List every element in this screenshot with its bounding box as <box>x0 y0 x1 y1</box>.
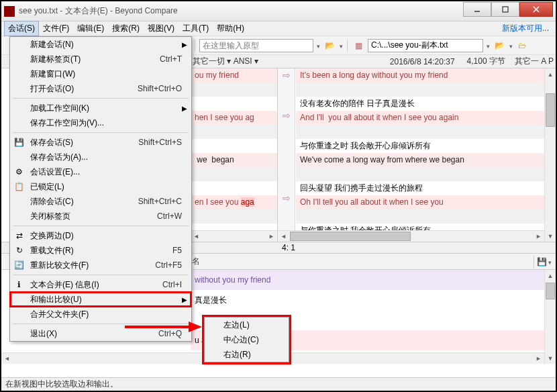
right-header-frag: 其它一 A P <box>513 56 556 67</box>
menu-save-session-as[interactable]: 保存会话为(A)... <box>10 150 191 164</box>
clipboard-icon: 📋 <box>13 181 25 193</box>
left-line <box>191 139 277 153</box>
menu-swap-sides[interactable]: ⇄交换两边(D) <box>10 228 191 243</box>
window-title: see you.txt - 文本合并(E) - Beyond Compare <box>19 5 463 17</box>
right-vscroll[interactable]: ▲▼ <box>544 68 556 242</box>
maximize-button[interactable] <box>491 2 519 17</box>
status-text: 在新视图中比较选取边和输出。 <box>5 379 118 390</box>
prototype-dropdown[interactable] <box>316 41 320 50</box>
menu-clear-session[interactable]: 清除会话(C)Shift+Ctrl+C <box>10 194 191 209</box>
new-version-link[interactable]: 新版本可用... <box>502 23 553 34</box>
app-icon <box>4 6 15 17</box>
prototype-input[interactable] <box>199 39 313 52</box>
left-hscroll[interactable]: ◄► <box>191 230 277 242</box>
right-path-dropdown[interactable] <box>486 41 490 50</box>
menu-close-tab[interactable]: 关闭标签页Ctrl+W <box>10 209 191 224</box>
menu-open-session[interactable]: 打开会话(O)Shift+Ctrl+O <box>10 81 191 96</box>
right-header-size: 4,100 字节 <box>465 56 507 67</box>
menu-help[interactable]: 帮助(H) <box>213 21 248 36</box>
left-line <box>191 125 277 139</box>
reload-icon: ↻ <box>13 245 25 256</box>
right-line: And I'll you all about it when I see you… <box>296 111 556 125</box>
save-dropdown[interactable] <box>548 257 552 266</box>
svg-rect-1 <box>503 7 508 12</box>
right-line <box>296 167 556 181</box>
left-line <box>191 209 277 224</box>
menu-session[interactable]: 会话(S) <box>4 21 39 36</box>
out-line: without you my friend <box>191 270 556 290</box>
right-line <box>296 83 556 97</box>
left-line: hen I see you ag <box>191 111 277 125</box>
open-folder-button-right[interactable]: 📂 <box>493 39 506 52</box>
submenu-right[interactable]: 右边(R) <box>205 347 289 362</box>
menu-recompare-files[interactable]: 🔄重新比较文件(F)Ctrl+F5 <box>10 258 191 273</box>
left-line: en I see you aga <box>191 195 277 209</box>
right-line: It's been a long day without you my frie… <box>296 68 556 83</box>
right-line <box>296 125 556 139</box>
browse-button-right[interactable]: 🗁 <box>515 39 529 52</box>
left-line <box>191 181 277 195</box>
menubar: 会话(S) 文件(F) 编辑(E) 搜索(R) 视图(V) 工具(T) 帮助(H… <box>1 21 556 36</box>
gear-icon: ⚙ <box>13 166 25 178</box>
minimize-button[interactable] <box>463 2 491 17</box>
out-line: 真是漫长 <box>191 290 556 310</box>
cursor-pos: 4: 1 <box>282 243 295 252</box>
left-line <box>191 97 277 111</box>
recompare-icon: 🔄 <box>13 260 25 271</box>
right-header-date: 2016/6/8 14:20:37 <box>388 57 457 66</box>
menu-edit[interactable]: 编辑(E) <box>73 21 108 36</box>
menu-new-window[interactable]: 新建窗口(W) <box>10 66 191 81</box>
left-line <box>191 167 277 181</box>
left-header-frag: 其它一切 ▾ ANSI ▾ <box>191 56 260 67</box>
folder-dropdown-right[interactable] <box>509 41 513 50</box>
menu-text-merge-info[interactable]: ℹ文本合并(E) 信息(I)Ctrl+I <box>10 277 191 292</box>
right-path-input[interactable] <box>368 39 483 52</box>
save-button[interactable]: 💾 <box>536 256 548 268</box>
right-line: We've come a long way from where we bega… <box>296 153 556 167</box>
statusbar: 在新视图中比较选取边和输出。 <box>1 377 556 391</box>
compare-output-submenu: 左边(L) 中心边(C) 右边(R) <box>204 317 289 362</box>
right-line: 回头凝望 我们携手走过漫长的旅程 <box>296 181 556 195</box>
menu-session-settings[interactable]: ⚙会话设置(E)... <box>10 164 191 179</box>
svg-marker-5 <box>189 322 202 332</box>
name-label: 名 <box>192 256 200 267</box>
right-line: 与你重逢之时 我会敞开心扉倾诉所有 <box>296 139 556 153</box>
annotation-arrow <box>125 320 202 336</box>
left-line <box>191 83 277 97</box>
right-line <box>296 209 556 224</box>
save-icon: 💾 <box>13 137 25 148</box>
doc-icon[interactable]: ▦ <box>352 39 365 52</box>
right-line: 没有老友你的陪伴 日子真是漫长 <box>296 97 556 111</box>
session-menu: 新建会话(N)▶ 新建标签页(T)Ctrl+T 新建窗口(W) 打开会话(O)S… <box>9 36 192 342</box>
menu-search[interactable]: 搜索(R) <box>108 21 144 36</box>
menu-tools[interactable]: 工具(T) <box>179 21 213 36</box>
output-vscroll[interactable]: ▲▼ <box>544 270 556 364</box>
menu-save-session[interactable]: 💾保存会话(S)Shift+Ctrl+S <box>10 135 191 150</box>
left-line: we began <box>191 153 277 167</box>
menu-view[interactable]: 视图(V) <box>144 21 179 36</box>
open-folder-button-center[interactable]: 📂 <box>323 39 336 52</box>
left-line: ou my friend <box>191 68 277 83</box>
menu-save-workspace-as[interactable]: 保存工作空间为(V)... <box>10 115 191 130</box>
menu-load-workspace[interactable]: 加载工作空间(K)▶ <box>10 101 191 115</box>
menu-new-session[interactable]: 新建会话(N)▶ <box>10 37 191 52</box>
right-gutter: ⇨ ⇨ ⇨ <box>278 68 295 242</box>
menu-compare-with-output[interactable]: 和输出比较(U)▶ <box>10 292 191 307</box>
info-icon: ℹ <box>13 279 25 291</box>
submenu-left[interactable]: 左边(L) <box>205 317 289 332</box>
right-line: Oh I'll tell you all about it when I see… <box>296 195 556 209</box>
marker-icon: ⇨ <box>278 193 295 203</box>
menu-merge-parent[interactable]: 合并父文件夹(F) <box>10 307 191 322</box>
right-hscroll[interactable]: ◄► <box>278 230 544 242</box>
menu-file[interactable]: 文件(F) <box>39 21 73 36</box>
folder-dropdown-center[interactable] <box>339 41 343 50</box>
swap-icon: ⇄ <box>13 230 25 242</box>
submenu-center[interactable]: 中心边(C) <box>205 332 289 347</box>
menu-new-tab[interactable]: 新建标签页(T)Ctrl+T <box>10 52 191 66</box>
marker-icon: ⇨ <box>278 70 295 81</box>
marker-icon: ⇨ <box>278 110 295 121</box>
close-button[interactable] <box>519 2 553 17</box>
menu-locked[interactable]: 📋已锁定(L) <box>10 179 191 194</box>
menu-reload-files[interactable]: ↻重载文件(R)F5 <box>10 243 191 258</box>
titlebar: see you.txt - 文本合并(E) - Beyond Compare <box>1 1 556 21</box>
